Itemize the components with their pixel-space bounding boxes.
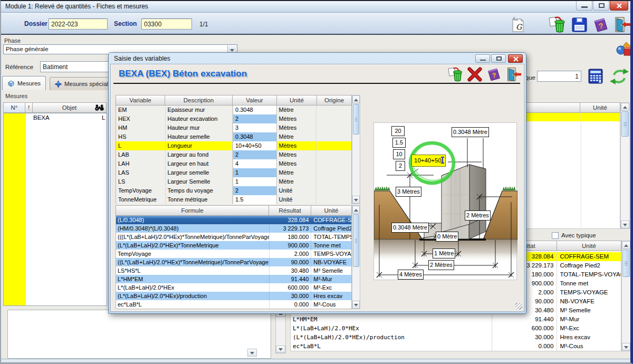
avec-typique-checkbox[interactable]: [552, 232, 559, 239]
variables-table[interactable]: EM Epaisseur mur 0.3048 Mètre HEX Hauteu…: [116, 106, 352, 204]
variable-row[interactable]: HS Hauteur semelle 0.3048 Mètre: [116, 132, 351, 141]
calculator-button[interactable]: [588, 69, 603, 84]
formula-row[interactable]: (L*(LaB+LaH)/2.0*HEx)*TonneMetrique 900.…: [116, 241, 351, 250]
col-valeur[interactable]: Valeur: [233, 95, 277, 106]
variable-row[interactable]: TempVoyage Temps du voyage 2 Unité: [116, 186, 351, 195]
formula-row[interactable]: (HM/0.3048)*(L/0.3048) 3 229.173 Coffrag…: [116, 224, 351, 233]
reference-input[interactable]: [40, 61, 109, 72]
dialog-close-button[interactable]: [508, 54, 523, 63]
col-unite[interactable]: Unité: [277, 95, 317, 106]
variable-value[interactable]: 0.3048: [233, 132, 277, 141]
formula-row[interactable]: ((L*(LaB+LaH)/2.0*HEx)*TonneMetrique)/To…: [116, 258, 351, 266]
col-objet[interactable]: Objet: [33, 102, 107, 113]
main-titlebar[interactable]: Module 1: Relevé de quantités - Fiches e…: [1, 1, 630, 13]
save-button[interactable]: [571, 17, 588, 33]
col-formule[interactable]: Formule: [116, 205, 269, 216]
variables-scrollbar[interactable]: [352, 95, 360, 204]
variable-value[interactable]: 1: [233, 177, 277, 186]
maximize-button[interactable]: [593, 1, 609, 11]
formula-row[interactable]: LS*HS*L 30.480 M³ Semelle: [116, 266, 351, 275]
variable-value[interactable]: 1.5: [233, 195, 277, 204]
dialog-help-button[interactable]: ?: [486, 66, 502, 82]
help-button[interactable]: ?: [592, 17, 609, 33]
formulas-scrollbar[interactable]: [352, 205, 360, 309]
col-description[interactable]: Description: [165, 95, 233, 106]
saisie-variables-dialog[interactable]: Saisie des variables BEXA (BEX) Béton ex…: [108, 52, 526, 314]
formula-row[interactable]: (L*(LaB+LaH)/2.0*HEx)/production 30.000 …: [116, 292, 351, 300]
comment-textarea[interactable]: [7, 310, 271, 359]
measures-table[interactable]: 1 BEXA L 2: [3, 113, 107, 306]
scroll-up-button[interactable]: [352, 206, 360, 214]
variable-row[interactable]: LS Largeur Semelle 1 Mètre: [116, 177, 351, 186]
variable-value[interactable]: 3: [233, 123, 277, 132]
variable-value[interactable]: 4: [233, 159, 277, 168]
variable-value[interactable]: 10+40+50: [233, 141, 277, 150]
tab-mesures[interactable]: Mesures: [2, 76, 46, 90]
scroll-up-button[interactable]: [352, 95, 360, 103]
binoculars-icon[interactable]: [95, 104, 104, 111]
typique-input[interactable]: [537, 71, 581, 82]
col-unite-formulas[interactable]: Unité: [311, 205, 352, 216]
formula-row[interactable]: (L/0.3048) 328.084 COFFRAGE-SEM: [116, 216, 351, 224]
scroll-down-button[interactable]: [622, 343, 630, 351]
scroll-up-button[interactable]: [621, 103, 629, 111]
variable-row[interactable]: EM Epaisseur mur 0.3048 Mètre: [116, 106, 351, 114]
dialog-exit-button[interactable]: [505, 66, 521, 82]
formulas-table[interactable]: (L/0.3048) 328.084 COFFRAGE-SEM (HM/0.30…: [116, 216, 352, 309]
dialog-resize-grip[interactable]: [515, 303, 522, 310]
formula-row[interactable]: TempVoyage 2.000 TEMPS-VOYAGE: [116, 250, 351, 258]
formula-row[interactable]: ec*LaB*L 0.000 M³-Cous: [116, 300, 351, 309]
length-formula-input[interactable]: 10+40+50: [411, 155, 446, 167]
variable-row[interactable]: LAH Largeur en haut 4 Mètres: [116, 159, 351, 168]
variable-value[interactable]: 1: [233, 168, 277, 177]
dialog-minimize-button[interactable]: [475, 54, 490, 63]
result-row[interactable]: L*(LaB+LaH)/2.0*HEx 600.000 M³-Exc: [291, 324, 621, 333]
result-value: 30.000: [492, 333, 557, 342]
scroll-down-button[interactable]: [276, 346, 285, 353]
module-switch-button[interactable]: [616, 41, 632, 57]
dialog-maximize-button[interactable]: [491, 54, 506, 63]
formula-list-scrollbar[interactable]: [275, 309, 286, 353]
results-scrollbar[interactable]: [621, 241, 631, 351]
variable-row[interactable]: LAB Largeur au fond 2 Mètres: [116, 150, 351, 159]
scroll-down-button[interactable]: [352, 196, 360, 204]
dialog-delete-button[interactable]: [448, 66, 464, 82]
scroll-up-button[interactable]: [622, 241, 630, 249]
col-flag[interactable]: !: [25, 102, 33, 113]
formula-row[interactable]: L*HM*EM 91.440 M³-Mur: [116, 275, 351, 283]
variable-row[interactable]: LAS Largeur semelle 1 Mètre: [116, 168, 351, 177]
minimize-button[interactable]: [576, 1, 592, 11]
upper-right-scrollbar[interactable]: [620, 102, 630, 229]
g-document-button[interactable]: G: [511, 16, 525, 33]
exit-button[interactable]: [612, 16, 631, 33]
col-num[interactable]: N°: [3, 102, 25, 113]
scroll-down-button[interactable]: [621, 221, 629, 228]
variable-row[interactable]: HM Hauteur mur 3 Mètres: [116, 123, 351, 132]
col-origine[interactable]: Origine: [317, 95, 352, 106]
variable-row[interactable]: TonneMetrique Tonne métrique 1.5 Unité: [116, 195, 351, 204]
variable-row[interactable]: HEX Hauteur excavation 2 Mètres: [116, 114, 351, 123]
comment-dropdown-button[interactable]: [247, 349, 257, 357]
variable-value[interactable]: 2: [233, 150, 277, 159]
col-unite-bg[interactable]: Unité: [557, 241, 621, 251]
col-resultat[interactable]: Résultat: [269, 205, 311, 216]
scroll-down-button[interactable]: [352, 301, 360, 309]
formula-row[interactable]: L*(LaB+LaH)/2.0*HEx 600.000 M³-Exc: [116, 283, 351, 292]
variable-row[interactable]: L Longueur 10+40+50 Mètres: [116, 141, 351, 150]
result-row[interactable]: (L*(LaB+LaH)/2.0*HEx)/production 30.000 …: [291, 333, 621, 342]
delete-button[interactable]: [549, 16, 567, 33]
variable-value[interactable]: 2: [233, 186, 277, 195]
result-row[interactable]: L*HM*EM 91.440 M³-Mur: [291, 315, 621, 324]
close-button[interactable]: [610, 1, 628, 11]
variable-value[interactable]: 2: [233, 114, 277, 123]
result-row[interactable]: ec*LaB*L 0.000 M³-Cous: [291, 342, 621, 351]
dialog-cancel-button[interactable]: [467, 66, 483, 82]
col-unite-upper[interactable]: Unité: [580, 102, 620, 113]
dossier-input[interactable]: [49, 18, 108, 30]
formula-row[interactable]: (((L*(LaB+LaH)/2.0*HEx)*TonneMetrique)/T…: [116, 233, 351, 241]
recalculate-button[interactable]: [609, 68, 630, 85]
variable-value[interactable]: 0.3048: [233, 106, 277, 114]
section-input[interactable]: [141, 18, 192, 30]
col-variable[interactable]: Variable: [116, 95, 165, 106]
phase-value: Phase générale: [6, 46, 49, 52]
